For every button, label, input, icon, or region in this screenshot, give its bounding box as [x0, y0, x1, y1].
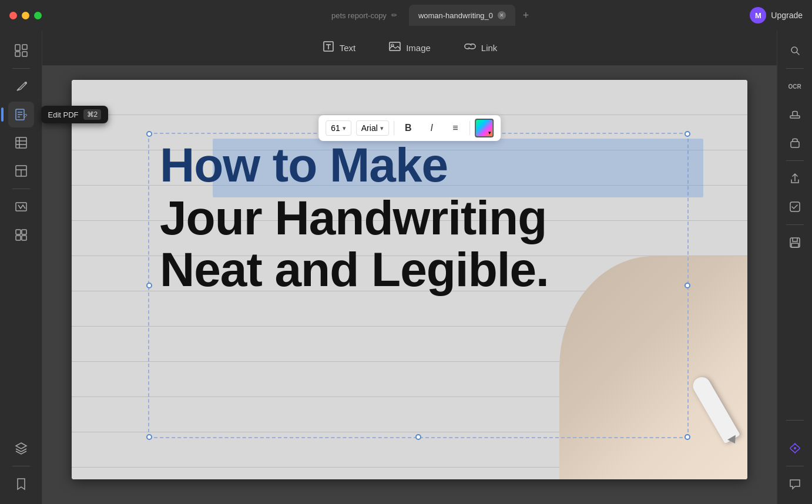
text-line-1[interactable]: How to Make: [160, 139, 700, 191]
sidebar-check-button[interactable]: [782, 194, 808, 220]
handle-top-left[interactable]: [146, 131, 152, 137]
upgrade-label: Upgrade: [771, 11, 803, 20]
color-picker-button[interactable]: [475, 119, 494, 137]
tab-woman-handwriting[interactable]: woman-handwriting_0 ✕: [409, 5, 515, 26]
tab-pets-report[interactable]: pets report-copy ✏: [322, 5, 407, 26]
svg-rect-11: [16, 236, 21, 240]
sidebar-divider-4: [782, 407, 808, 433]
svg-rect-0: [15, 45, 20, 51]
svg-rect-9: [16, 230, 21, 234]
avatar: M: [750, 7, 766, 23]
sidebar-item-pages[interactable]: [8, 130, 34, 156]
pdf-canvas: 61 ▾ Arial ▾ B I ≡: [42, 66, 777, 504]
font-name-arrow: ▾: [380, 125, 384, 132]
svg-rect-14: [390, 42, 400, 51]
sidebar-ai-button[interactable]: [782, 435, 808, 461]
svg-rect-17: [790, 116, 800, 118]
traffic-lights: [9, 12, 42, 19]
toolbar-image-button[interactable]: Image: [381, 36, 438, 59]
format-divider-1: [394, 121, 394, 135]
sidebar-share-button[interactable]: [782, 166, 808, 191]
right-divider-2: [786, 160, 804, 161]
sidebar-item-layout[interactable]: [8, 158, 34, 184]
sidebar-search-button[interactable]: [782, 38, 808, 63]
right-divider-1: [786, 68, 804, 69]
handle-left-mid[interactable]: [146, 283, 152, 288]
titlebar: pets report-copy ✏ woman-handwriting_0 ✕…: [0, 0, 812, 31]
right-divider-3: [786, 224, 804, 225]
sidebar-chat-button[interactable]: [782, 471, 808, 497]
svg-rect-6: [16, 137, 26, 148]
svg-rect-21: [791, 243, 798, 247]
image-icon: [388, 40, 401, 56]
upgrade-button[interactable]: M Upgrade: [750, 7, 803, 23]
toolbar-text-button[interactable]: Text: [315, 36, 363, 59]
pdf-page[interactable]: 61 ▾ Arial ▾ B I ≡: [72, 80, 747, 479]
svg-point-22: [794, 447, 796, 449]
left-sidebar: Edit PDF ⌘2: [0, 31, 42, 504]
tab-close-button[interactable]: ✕: [498, 11, 506, 19]
align-button[interactable]: ≡: [446, 119, 465, 137]
toolbar-link-button[interactable]: Link: [457, 36, 505, 59]
content-area: Text Image: [42, 31, 777, 504]
right-sidebar: OCR: [777, 31, 812, 504]
close-button[interactable]: [9, 12, 17, 19]
sidebar-item-edit-pdf[interactable]: Edit PDF ⌘2: [8, 102, 34, 127]
svg-rect-12: [22, 236, 26, 240]
bold-button[interactable]: B: [399, 119, 418, 137]
handle-top-right[interactable]: [685, 131, 690, 137]
sidebar-lock-button[interactable]: [782, 130, 808, 156]
link-icon: [464, 40, 477, 56]
sidebar-ocr-button[interactable]: OCR: [782, 73, 808, 99]
sidebar-divider-3: [12, 466, 30, 466]
sidebar-divider-1: [12, 68, 30, 69]
font-size-arrow: ▾: [343, 125, 346, 132]
format-divider-2: [469, 121, 470, 135]
tab-edit-icon: ✏: [391, 11, 397, 19]
toolbar-link-label: Link: [481, 43, 498, 53]
svg-rect-1: [15, 52, 20, 56]
pdf-main-text: How to Make Jour Handwriting Neat and Le…: [160, 139, 700, 295]
sidebar-item-thumbnails[interactable]: [8, 38, 34, 63]
sidebar-item-annotate[interactable]: [8, 73, 34, 99]
new-tab-button[interactable]: +: [518, 7, 534, 23]
text-line-3[interactable]: Neat and Legible.: [160, 244, 700, 295]
tab-pets-label: pets report-copy: [331, 11, 387, 20]
svg-rect-10: [22, 230, 26, 234]
sidebar-divider-2: [12, 189, 30, 189]
sidebar-item-bookmark[interactable]: [8, 471, 34, 497]
italic-button[interactable]: I: [422, 119, 441, 137]
handle-bottom-left[interactable]: [146, 434, 152, 440]
top-toolbar: Text Image: [42, 31, 777, 66]
handle-bottom-right[interactable]: [685, 434, 690, 440]
sidebar-item-compress[interactable]: [8, 222, 34, 248]
sidebar-stamp-button[interactable]: [782, 102, 808, 127]
font-size-select[interactable]: 61 ▾: [326, 120, 351, 136]
text-icon: [322, 40, 335, 56]
tab-bar: pets report-copy ✏ woman-handwriting_0 ✕…: [53, 5, 803, 26]
format-toolbar: 61 ▾ Arial ▾ B I ≡: [318, 115, 501, 141]
svg-rect-3: [22, 52, 27, 56]
text-line-2[interactable]: Jour Handwriting: [160, 191, 700, 244]
svg-point-4: [25, 82, 27, 84]
right-divider-5: [786, 466, 804, 466]
font-size-value: 61: [331, 123, 340, 133]
sidebar-save-button[interactable]: [782, 230, 808, 256]
sidebar-item-layers[interactable]: [8, 435, 34, 461]
main-layout: Edit PDF ⌘2: [0, 31, 812, 504]
toolbar-image-label: Image: [406, 43, 431, 53]
svg-rect-18: [791, 142, 799, 147]
pen-image: [690, 374, 740, 444]
maximize-button[interactable]: [34, 12, 42, 19]
toolbar-text-label: Text: [340, 43, 356, 53]
font-name-value: Arial: [361, 123, 378, 133]
tab-woman-label: woman-handwriting_0: [418, 11, 493, 20]
font-name-select[interactable]: Arial ▾: [356, 120, 389, 136]
sidebar-item-watermark[interactable]: [8, 194, 34, 220]
minimize-button[interactable]: [22, 12, 29, 19]
svg-rect-2: [22, 45, 27, 49]
handle-bottom-mid[interactable]: [415, 434, 421, 440]
svg-rect-8: [16, 203, 26, 211]
